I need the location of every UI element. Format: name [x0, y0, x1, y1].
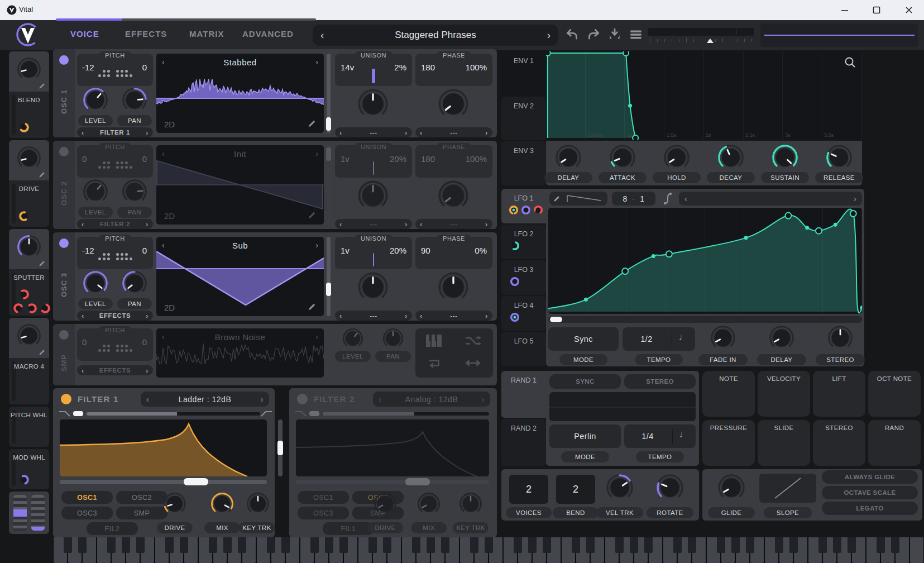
- osc3-wt-next-icon[interactable]: ›: [315, 241, 318, 249]
- osc1-power-toggle[interactable]: [59, 55, 69, 65]
- filter1-input-osc1[interactable]: OSC1: [61, 491, 113, 504]
- smp-pan-knob[interactable]: [382, 328, 404, 349]
- black-key[interactable]: [717, 537, 725, 553]
- filter2-power-toggle[interactable]: [297, 394, 308, 404]
- osc3-unison-detune[interactable]: 20%: [390, 246, 406, 255]
- osc2-phase-knob[interactable]: [438, 180, 469, 211]
- filter1-keytrack-knob[interactable]: [246, 492, 270, 516]
- osc3-dest-a-selector[interactable]: ‹ --- ›: [335, 311, 412, 321]
- smp-routing-selector[interactable]: ‹ EFFECTS ›: [77, 365, 153, 375]
- prev-icon[interactable]: ‹: [684, 195, 687, 203]
- prev-icon[interactable]: ‹: [339, 129, 342, 136]
- next-icon[interactable]: ›: [261, 395, 264, 403]
- black-key[interactable]: [848, 537, 856, 553]
- tab-voice[interactable]: VOICE: [70, 29, 99, 39]
- osc1-frame-slider[interactable]: [327, 54, 331, 133]
- preset-name[interactable]: Staggered Phrases: [313, 30, 558, 41]
- lfo-position-handle[interactable]: [550, 317, 562, 322]
- lfo-position-slider[interactable]: [548, 316, 862, 323]
- rand-mode-selector[interactable]: Perlin: [549, 424, 621, 448]
- filter1-input-fil2[interactable]: FIL2: [87, 522, 138, 535]
- volume-marker-icon[interactable]: [707, 39, 714, 43]
- tab-matrix[interactable]: MATRIX: [189, 29, 224, 39]
- lfo-shape-preview[interactable]: [549, 192, 607, 206]
- filter1-input-smp[interactable]: SMP: [116, 507, 167, 519]
- filter2-response-display[interactable]: [296, 419, 489, 476]
- osc2-routing-value[interactable]: FILTER 2: [100, 221, 130, 227]
- mod-source-velocity[interactable]: VELOCITY: [758, 371, 810, 417]
- osc3-edit-icon[interactable]: [307, 302, 317, 312]
- black-key[interactable]: [746, 537, 754, 553]
- osc3-level-knob[interactable]: [83, 270, 108, 296]
- black-key[interactable]: [818, 537, 827, 553]
- smp-bounce-icon[interactable]: [465, 356, 481, 370]
- osc1-dest-b-selector[interactable]: ‹ --- ›: [415, 127, 492, 137]
- rand-sync-toggle[interactable]: SYNC: [549, 374, 621, 389]
- mod-source-oct-note[interactable]: OCT NOTE: [868, 371, 921, 417]
- prev-icon[interactable]: ‹: [82, 129, 84, 136]
- rand-stereo-toggle[interactable]: STEREO: [624, 374, 696, 389]
- black-key[interactable]: [209, 537, 217, 553]
- next-icon[interactable]: ›: [146, 312, 149, 319]
- osc2-view-mode[interactable]: 2D: [164, 211, 175, 221]
- lfo-grid-x[interactable]: 8: [623, 194, 628, 203]
- osc1-wt-next-icon[interactable]: ›: [315, 58, 318, 66]
- prev-icon[interactable]: ‹: [420, 129, 423, 136]
- voices-value-box[interactable]: 2: [509, 475, 548, 504]
- env-decay-knob[interactable]: [717, 144, 744, 171]
- next-icon[interactable]: ›: [482, 395, 485, 403]
- osc3-unison-box[interactable]: UNISON 1v 20%: [335, 237, 412, 269]
- lfo-fade-knob[interactable]: [710, 325, 736, 351]
- env-hold-knob[interactable]: [663, 144, 690, 171]
- smp-sample-name[interactable]: Brown Noise: [156, 332, 324, 342]
- lfo-smooth-icon[interactable]: [662, 191, 673, 206]
- osc1-pan-knob[interactable]: [122, 87, 147, 113]
- black-key[interactable]: [833, 537, 841, 553]
- lfo-draw-icon[interactable]: [553, 194, 561, 203]
- glide-knob[interactable]: [717, 474, 745, 502]
- preset-next-icon[interactable]: ›: [547, 29, 550, 41]
- smp-next-icon[interactable]: ›: [315, 333, 318, 341]
- black-key[interactable]: [165, 537, 174, 553]
- lfo-delay-knob[interactable]: [769, 325, 794, 351]
- close-button[interactable]: [903, 4, 915, 16]
- osc2-unison-detune[interactable]: 20%: [390, 154, 406, 164]
- glide-slope-display[interactable]: [759, 474, 816, 503]
- osc3-pitch-box[interactable]: PITCH -12 0: [77, 237, 153, 269]
- black-key[interactable]: [731, 537, 740, 553]
- osc1-unison-detune[interactable]: 2%: [394, 63, 406, 72]
- black-key[interactable]: [441, 537, 449, 553]
- osc1-dest-a-value[interactable]: ---: [370, 129, 377, 136]
- tab-rand2[interactable]: RAND 2: [501, 419, 546, 466]
- prev-icon[interactable]: ‹: [339, 312, 342, 319]
- osc3-routing-value[interactable]: EFFECTS: [99, 312, 131, 319]
- note-icon[interactable]: ♩: [679, 332, 688, 343]
- macro4-knob[interactable]: [17, 323, 41, 348]
- osc2-frame-slider[interactable]: [327, 145, 331, 225]
- next-icon[interactable]: ›: [405, 221, 408, 228]
- black-key[interactable]: [673, 537, 682, 553]
- osc2-power-toggle[interactable]: [59, 147, 69, 156]
- osc3-pan-knob[interactable]: [122, 270, 147, 296]
- osc2-pitch-box[interactable]: PITCH 0 0: [77, 145, 153, 178]
- bend-value-box[interactable]: 2: [556, 475, 595, 504]
- osc1-unison-voices[interactable]: 14v: [341, 63, 354, 72]
- osc3-dest-a-value[interactable]: ---: [370, 312, 377, 319]
- lfo-grid-box[interactable]: 8 - 1: [612, 192, 655, 206]
- filter1-cutoff-handle[interactable]: [184, 478, 208, 485]
- black-key[interactable]: [223, 537, 232, 553]
- black-key[interactable]: [267, 537, 275, 553]
- filter2-blend-slider[interactable]: [323, 412, 489, 416]
- lfo-grid-y[interactable]: 1: [640, 194, 644, 203]
- black-key[interactable]: [64, 537, 72, 553]
- osc2-dest-b-value[interactable]: ---: [450, 221, 457, 227]
- osc1-phase-value[interactable]: 180: [421, 63, 435, 72]
- tab-lfo2[interactable]: LFO 2: [501, 225, 546, 259]
- env-release-knob[interactable]: [826, 144, 853, 171]
- tab-env2[interactable]: ENV 2: [501, 97, 546, 140]
- zoom-icon[interactable]: [844, 56, 856, 69]
- next-icon[interactable]: ›: [146, 129, 149, 136]
- filter2-cutoff-handle[interactable]: [405, 478, 430, 485]
- prev-icon[interactable]: ‹: [339, 221, 342, 228]
- black-key[interactable]: [107, 537, 116, 553]
